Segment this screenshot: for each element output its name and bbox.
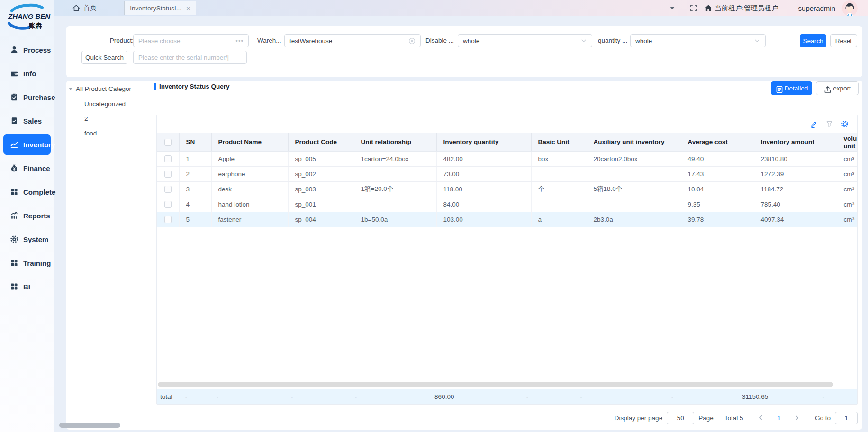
total-cell: - [573, 393, 665, 400]
goto-page-input[interactable] [835, 412, 858, 424]
quick-search-input-field[interactable] [138, 54, 242, 61]
sidebar-item-label: Purchase [23, 93, 55, 101]
home-tab[interactable]: 首页 [72, 4, 97, 12]
row-checkbox[interactable] [164, 186, 172, 193]
table-cell: cm³ [837, 151, 857, 166]
quantity-select[interactable]: whole [630, 34, 766, 47]
column-header: Unit relationship [354, 133, 436, 151]
table-row[interactable]: 5fastenersp_0041b=50.0a103.00a2b3.0a39.7… [157, 212, 857, 227]
clear-icon[interactable] [408, 37, 416, 45]
ellipsis-icon[interactable]: ••• [235, 37, 244, 45]
tab-close-icon[interactable]: × [186, 4, 190, 12]
table-cell: 39.78 [681, 212, 754, 227]
home-outline-icon [72, 4, 81, 12]
quick-search-button[interactable]: Quick Search [81, 51, 127, 64]
sidebar-item-inventory[interactable]: Inventory [3, 134, 51, 155]
disable-select[interactable]: whole [458, 34, 592, 47]
sidebar-item-system[interactable]: System [0, 227, 54, 251]
sidebar-item-bi[interactable]: BI [0, 275, 54, 298]
table-cell: sp_001 [288, 197, 354, 212]
warehouse-input[interactable] [284, 34, 421, 47]
table-cell: desk [211, 181, 288, 197]
display-per-page-label: Display per page [615, 414, 662, 422]
person-icon [10, 45, 18, 54]
sidebar-item-info[interactable]: Info [0, 62, 54, 85]
tree-item[interactable]: Uncategorized [84, 100, 126, 108]
product-input-field[interactable] [138, 37, 235, 45]
edit-pen-icon[interactable] [810, 120, 818, 128]
table-cell: 118.00 [436, 181, 531, 197]
sidebar-item-finance[interactable]: Finance [0, 156, 54, 180]
row-checkbox[interactable] [164, 201, 172, 208]
page-horizontal-scrollbar-thumb[interactable] [59, 423, 120, 428]
tree-item[interactable]: food [84, 130, 97, 137]
select-all-checkbox[interactable] [164, 139, 172, 146]
inventory-table-container: SNProduct NameProduct CodeUnit relations… [156, 115, 858, 405]
title-accent-bar [154, 83, 156, 90]
sidebar-item-label: Info [23, 70, 36, 78]
table-horizontal-scrollbar[interactable] [158, 382, 833, 387]
table-cell: 3 [179, 181, 211, 197]
product-label: Product: [107, 34, 134, 47]
total-cell: - [665, 393, 735, 400]
tree-caret-icon[interactable] [69, 88, 72, 90]
table-cell [587, 166, 681, 181]
table-cell: sp_003 [288, 181, 354, 197]
sidebar-item-purchase[interactable]: Purchase [0, 85, 54, 109]
table-cell: 1184.72 [754, 181, 837, 197]
sidebar-item-complete[interactable]: Complete [0, 180, 54, 204]
table-cell: cm³ [837, 181, 857, 197]
tree-root-all-categories[interactable]: All Product Categor [69, 85, 131, 92]
column-header: Product Code [288, 133, 354, 151]
table-row[interactable]: 4hand lotionsp_00184.009.35785.40cm³ [157, 197, 857, 212]
table-header-row: SNProduct NameProduct CodeUnit relations… [157, 133, 857, 151]
table-cell: 2 [179, 166, 211, 181]
page-size-input[interactable] [667, 412, 694, 424]
sidebar-item-reports[interactable]: Reports [0, 204, 54, 227]
tenant-info[interactable]: 当前租户:管理员租户 [704, 4, 778, 13]
product-input[interactable]: ••• [133, 34, 249, 47]
table-settings-gear-icon[interactable] [841, 120, 849, 128]
table-cell: 5箱18.0个 [587, 181, 681, 197]
prev-page-icon[interactable] [754, 414, 768, 421]
quantity-label: quantity ... [598, 34, 627, 47]
detailed-button[interactable]: Detailed [771, 81, 812, 95]
row-checkbox[interactable] [164, 155, 172, 162]
tab-inventory-status[interactable]: InventoryStatusI... × [124, 1, 196, 15]
table-cell: 482.00 [436, 151, 531, 166]
sidebar-item-training[interactable]: Training [0, 251, 54, 275]
next-page-icon[interactable] [790, 414, 804, 421]
username[interactable]: superadmin [798, 4, 835, 12]
sidebar-item-label: Sales [23, 117, 42, 125]
search-button[interactable]: Search [800, 34, 826, 47]
export-button[interactable]: export [816, 81, 859, 95]
column-header: Inventory quantity [436, 133, 531, 151]
table-cell: 4097.34 [754, 212, 837, 227]
page-number-current[interactable]: 1 [772, 414, 786, 422]
tabs-dropdown-caret-icon[interactable] [670, 7, 675, 9]
fullscreen-icon[interactable] [690, 4, 697, 12]
warehouse-input-field[interactable] [289, 37, 408, 45]
sidebar-item-process[interactable]: Process [0, 38, 54, 62]
sidebar: ZHANG BEN 账犇 ProcessInfoPurchaseSalesInv… [0, 0, 54, 432]
tab-label: InventoryStatusI... [130, 5, 181, 12]
table-cell: hand lotion [211, 197, 288, 212]
table-row[interactable]: 1Applesp_0051carton=24.0box482.00box20ca… [157, 151, 857, 166]
reset-button[interactable]: Reset [830, 34, 857, 47]
user-avatar[interactable] [842, 0, 858, 16]
export-icon [823, 85, 830, 92]
sidebar-item-sales[interactable]: Sales [0, 109, 54, 133]
table-row[interactable]: 2earphonesp_00273.0017.431272.39cm³ [157, 166, 857, 181]
page-label: Page [698, 414, 714, 422]
table-total-row: total----860.00---31150.65- [157, 389, 857, 404]
sidebar-item-label: Training [23, 259, 51, 267]
filter-funnel-icon[interactable] [826, 120, 833, 127]
quick-search-input[interactable] [133, 51, 247, 64]
row-checkbox[interactable] [164, 171, 172, 178]
tree-item[interactable]: 2 [84, 115, 88, 122]
total-cell: - [178, 393, 209, 400]
table-row[interactable]: 3desksp_0031箱=20.0个118.00个5箱18.0个10.0411… [157, 181, 857, 197]
table-cell: cm³ [837, 212, 857, 227]
row-checkbox[interactable] [164, 216, 172, 223]
table-cell: 1箱=20.0个 [354, 181, 436, 197]
